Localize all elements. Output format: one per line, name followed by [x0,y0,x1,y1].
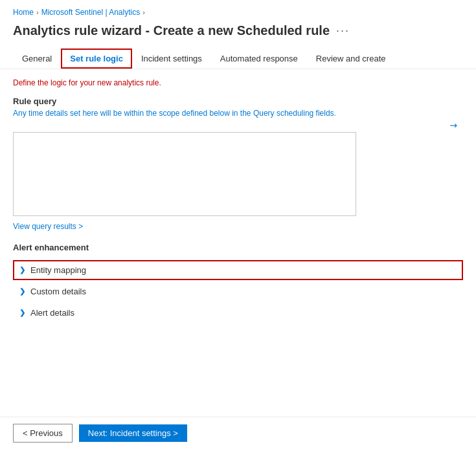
alert-details-chevron: ❯ [19,309,25,317]
next-button[interactable]: Next: Incident settings > [79,424,187,442]
rule-query-title: Rule query [13,96,463,106]
rule-query-description: Any time details set here will be within… [13,109,463,118]
alert-enhancement-title: Alert enhancement [13,243,463,252]
custom-details-chevron: ❯ [19,287,25,296]
expand-icon-area: ↗ [13,120,463,131]
footer: < Previous Next: Incident settings > [0,417,476,449]
breadcrumb: Home › Microsoft Sentinel | Analytics › [0,0,476,21]
previous-button[interactable]: < Previous [13,424,73,443]
breadcrumb-sep2: › [142,8,145,16]
expand-query-icon[interactable]: ↗ [448,119,460,132]
tab-general[interactable]: General [13,49,61,69]
custom-details-label: Custom details [30,287,86,296]
alert-details-label: Alert details [30,308,74,318]
define-text: Define the logic for your new analytics … [13,78,463,87]
alert-details-item[interactable]: ❯ Alert details [13,303,463,323]
more-options-icon[interactable]: ··· [336,24,350,38]
view-query-results-link[interactable]: View query results > [13,222,83,231]
tabs-bar: General Set rule logic Incident settings… [0,49,476,69]
tab-review-and-create[interactable]: Review and create [307,49,395,69]
entity-mapping-chevron: ❯ [19,266,25,274]
tab-set-rule-logic[interactable]: Set rule logic [61,49,132,69]
tab-automated-response[interactable]: Automated response [211,49,307,69]
entity-mapping-label: Entity mapping [30,265,86,275]
breadcrumb-sep1: › [36,8,39,16]
main-content: Define the logic for your new analytics … [0,69,476,323]
page-title-row: Analytics rule wizard - Create a new Sch… [0,21,476,49]
tab-incident-settings[interactable]: Incident settings [132,49,211,69]
custom-details-item[interactable]: ❯ Custom details [13,281,463,301]
entity-mapping-item[interactable]: ❯ Entity mapping [13,260,463,280]
breadcrumb-sentinel[interactable]: Microsoft Sentinel | Analytics [41,8,141,17]
page-title: Analytics rule wizard - Create a new Sch… [13,23,330,38]
query-input[interactable] [13,132,356,216]
breadcrumb-home[interactable]: Home [13,8,34,17]
